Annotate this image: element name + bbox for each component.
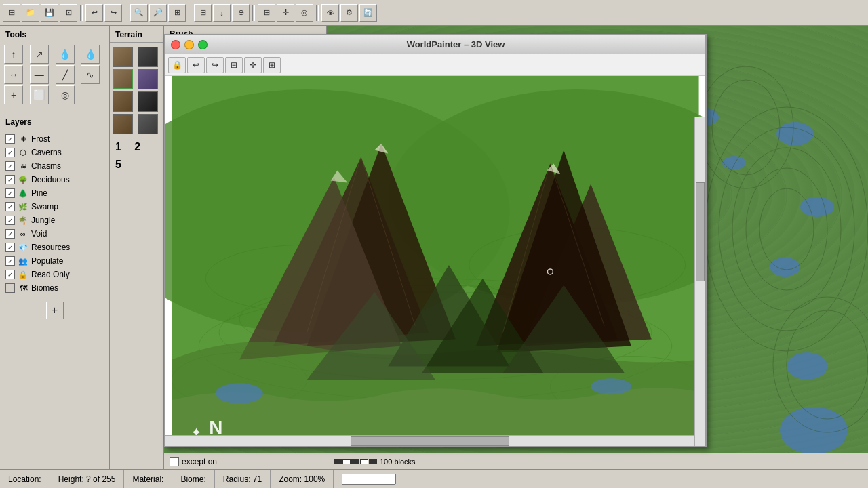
add-layer-button[interactable]: + <box>46 302 64 319</box>
layer-jungle-icon: 🌴 <box>18 215 28 226</box>
win-btn-fullscreen[interactable]: ⊟ <box>225 57 243 73</box>
layer-biomes[interactable]: 🗺 Biomes <box>4 281 105 295</box>
vertical-scrollbar-thumb[interactable] <box>696 182 705 281</box>
window-maximize-button[interactable] <box>198 40 208 49</box>
left-panel: Tools ↑ ↗ 💧 💧 ↔ — ╱ ∿ + ⬜ ◎ Layers ❄ Fro… <box>0 26 110 469</box>
layer-frost-icon: ❄ <box>18 134 28 144</box>
toolbar-btn-render[interactable]: 🔄 <box>359 4 377 22</box>
toolbar-btn-save[interactable]: 💾 <box>41 4 58 22</box>
toolbar-btn-fit[interactable]: ⊞ <box>168 4 186 22</box>
toolbar-btn-target[interactable]: ◎ <box>296 4 313 22</box>
tool-wave[interactable]: ∿ <box>81 65 100 84</box>
win-btn-next[interactable]: ↪ <box>206 57 224 73</box>
layer-void-checkbox[interactable] <box>5 229 15 239</box>
toolbar-btn-open[interactable]: 📁 <box>22 4 39 22</box>
except-on-label: except on <box>182 457 217 466</box>
layer-readonly[interactable]: 🔒 Read Only <box>4 268 105 281</box>
tools-divider <box>4 110 105 110</box>
tool-droplet2[interactable]: 💧 <box>81 45 100 64</box>
terrain-block-6[interactable] <box>138 92 158 112</box>
win-btn-prev[interactable]: ↩ <box>187 57 205 73</box>
terrain-block-3[interactable] <box>113 69 133 89</box>
toolbar-btn-zoom-in[interactable]: 🔍 <box>130 4 148 22</box>
layer-swamp[interactable]: 🌿 Swamp <box>4 200 105 214</box>
svg-point-0 <box>732 148 841 310</box>
toolbar-btn-redo[interactable]: ↪ <box>104 4 122 22</box>
terrain-block-5[interactable] <box>113 92 133 112</box>
window-titlebar: WorldPainter – 3D View <box>165 35 705 54</box>
toolbar-btn-merge[interactable]: ⊕ <box>232 4 250 22</box>
scale-block-5 <box>369 459 377 464</box>
layer-resources[interactable]: 💎 Resources <box>4 241 105 254</box>
terrain-3d-svg: N ✦ <box>165 76 705 446</box>
scale-block-3 <box>351 459 359 464</box>
win-btn-crosshair[interactable]: ✛ <box>244 57 262 73</box>
terrain-block-1[interactable] <box>113 47 133 67</box>
status-material-label: Material: <box>132 474 163 484</box>
tool-minus[interactable]: — <box>30 65 49 84</box>
tool-arrow-up[interactable]: ↑ <box>4 45 23 64</box>
layer-readonly-label: Read Only <box>31 270 70 279</box>
layer-caverns-checkbox[interactable] <box>5 148 15 157</box>
except-on-checkbox[interactable] <box>170 457 179 466</box>
toolbar-btn-border[interactable]: ⊟ <box>194 4 212 22</box>
layer-resources-checkbox[interactable] <box>5 243 15 252</box>
svg-point-33 <box>591 378 631 394</box>
terrain-panel: Terrain 1 2 5 <box>110 26 164 469</box>
terrain-block-7[interactable] <box>113 114 133 134</box>
tool-move[interactable]: ↔ <box>4 65 23 84</box>
layer-chasms[interactable]: ≋ Chasms <box>4 159 105 173</box>
layer-readonly-checkbox[interactable] <box>5 270 15 279</box>
window-3d-content[interactable]: N ✦ <box>165 76 705 446</box>
terrain-block-8[interactable] <box>138 114 158 134</box>
layer-swamp-checkbox[interactable] <box>5 202 15 211</box>
toolbar-btn-zoom-out[interactable]: 🔎 <box>149 4 167 22</box>
scale-label: 100 blocks <box>380 458 416 466</box>
layers-section: ❄ Frost ⬡ Caverns ≋ Chasms 🌳 Deciduous 🌲… <box>0 129 109 298</box>
layer-caverns[interactable]: ⬡ Caverns <box>4 146 105 159</box>
layer-pine[interactable]: 🌲 Pine <box>4 186 105 200</box>
horizontal-scrollbar[interactable] <box>165 435 694 446</box>
tool-line[interactable]: ╱ <box>56 65 75 84</box>
tool-droplet[interactable]: 💧 <box>56 45 75 64</box>
window-minimize-button[interactable] <box>184 40 194 49</box>
topo-lines-svg <box>705 26 868 469</box>
scale-block-2 <box>342 459 351 464</box>
layer-chasms-checkbox[interactable] <box>5 161 15 171</box>
layer-populate-checkbox[interactable] <box>5 256 15 266</box>
toolbar-btn-export[interactable]: ⊡ <box>60 4 77 22</box>
win-btn-lock[interactable]: 🔒 <box>168 57 186 73</box>
layer-frost-checkbox[interactable] <box>5 134 15 144</box>
toolbar-btn-view[interactable]: 👁 <box>321 4 339 22</box>
toolbar-btn-undo[interactable]: ↩ <box>85 4 103 22</box>
toolbar-btn-grid[interactable]: ⊞ <box>258 4 275 22</box>
toolbar-sep-3 <box>189 5 191 21</box>
layer-jungle[interactable]: 🌴 Jungle <box>4 214 105 227</box>
toolbar-btn-new[interactable]: ⊞ <box>3 4 20 22</box>
layer-chasms-icon: ≋ <box>18 161 28 171</box>
horizontal-scrollbar-thumb[interactable] <box>351 436 509 446</box>
layer-void[interactable]: ∞ Void <box>4 227 105 241</box>
layer-populate[interactable]: 👥 Populate <box>4 254 105 268</box>
layer-frost[interactable]: ❄ Frost <box>4 132 105 146</box>
terrain-block-4[interactable] <box>138 69 158 89</box>
status-input[interactable] <box>342 474 396 485</box>
window-close-button[interactable] <box>171 40 180 49</box>
tool-arrow-ne[interactable]: ↗ <box>30 45 49 64</box>
tool-rect[interactable]: ⬜ <box>30 85 49 104</box>
layer-deciduous-checkbox[interactable] <box>5 175 15 184</box>
toolbar-btn-center[interactable]: ✛ <box>277 4 294 22</box>
win-btn-grid[interactable]: ⊞ <box>263 57 281 73</box>
toolbar-btn-arrow[interactable]: ↓ <box>213 4 231 22</box>
terrain-block-2[interactable] <box>138 47 158 67</box>
layer-biomes-checkbox[interactable] <box>5 283 15 293</box>
layer-biomes-label: Biomes <box>31 283 58 293</box>
layer-deciduous[interactable]: 🌳 Deciduous <box>4 173 105 186</box>
layer-jungle-checkbox[interactable] <box>5 216 15 225</box>
tool-plus[interactable]: + <box>4 85 23 104</box>
toolbar-btn-settings[interactable]: ⚙ <box>340 4 358 22</box>
status-zoom-label: Zoom: 100% <box>279 474 325 484</box>
vertical-scrollbar[interactable] <box>694 117 705 446</box>
layer-pine-checkbox[interactable] <box>5 188 15 198</box>
tool-target[interactable]: ◎ <box>56 85 75 104</box>
